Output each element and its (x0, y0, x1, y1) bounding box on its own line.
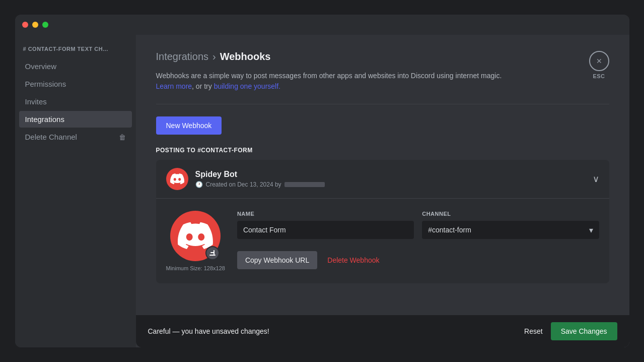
sidebar-item-label: Delete Channel (25, 133, 77, 141)
app-window: # CONTACT-FORM TEXT CH... Overview Permi… (15, 15, 629, 347)
new-webhook-button[interactable]: New Webhook (156, 116, 222, 135)
esc-circle: ✕ (589, 51, 609, 71)
close-button[interactable] (22, 22, 28, 28)
webhook-created-meta: Created on Dec 13, 2024 by (206, 181, 281, 188)
trash-icon: 🗑 (119, 133, 126, 141)
svg-rect-2 (210, 252, 214, 253)
description: Webhooks are a simple way to post messag… (156, 71, 509, 92)
minimize-button[interactable] (32, 22, 38, 28)
unsaved-warning: Careful — you have unsaved changes! (148, 327, 517, 335)
channel-name: # CONTACT-FORM TEXT CH... (19, 43, 132, 55)
main-panel: ✕ ESC Integrations › Webhooks Webhooks a… (136, 35, 629, 347)
name-input[interactable] (237, 221, 414, 239)
webhook-avatar-section: Minimum Size: 128x128 NAME (166, 211, 599, 271)
avatar-upload[interactable] (170, 211, 221, 261)
description-text: Webhooks are a simple way to post messag… (156, 72, 502, 80)
creator-bar (284, 182, 325, 187)
posting-to-label: POSTING TO #CONTACT-FORM (156, 147, 609, 154)
webhook-actions: Copy Webhook URL Delete Webhook (237, 251, 599, 269)
divider (156, 104, 609, 104)
breadcrumb-parent: Integrations (156, 51, 209, 63)
sidebar-item-delete-channel[interactable]: Delete Channel 🗑 (19, 129, 132, 145)
learn-more-link[interactable]: Learn more (156, 82, 192, 90)
avatar-upload-section: Minimum Size: 128x128 (166, 211, 225, 271)
clock-icon: 🕐 (195, 181, 203, 188)
fields-row: NAME CHANNEL #contact-form # (237, 211, 599, 239)
title-bar (15, 15, 629, 35)
esc-button[interactable]: ✕ ESC (589, 51, 609, 79)
sidebar: # CONTACT-FORM TEXT CH... Overview Permi… (15, 35, 136, 347)
channel-field: CHANNEL #contact-form #general #announce… (422, 211, 599, 239)
esc-label: ESC (593, 73, 605, 79)
name-field: NAME (237, 211, 414, 239)
name-label: NAME (237, 211, 414, 217)
reset-button[interactable]: Reset (516, 322, 551, 340)
sidebar-item-label: Invites (25, 97, 47, 106)
or-try-text: , or try (192, 82, 214, 90)
channel-label: CHANNEL (422, 211, 599, 217)
sidebar-item-label: Overview (25, 62, 57, 71)
webhook-header[interactable]: Spidey Bot 🕐 Created on Dec 13, 2024 by … (156, 160, 609, 199)
avatar-edit-button[interactable] (205, 246, 220, 260)
webhook-fields: NAME CHANNEL #contact-form # (237, 211, 599, 269)
sidebar-item-invites[interactable]: Invites (19, 93, 132, 110)
delete-webhook-button[interactable]: Delete Webhook (327, 256, 379, 264)
webhook-avatar-small (166, 168, 188, 190)
breadcrumb: Integrations › Webhooks (156, 51, 609, 63)
webhook-card: Spidey Bot 🕐 Created on Dec 13, 2024 by … (156, 160, 609, 283)
webhook-meta: 🕐 Created on Dec 13, 2024 by (195, 181, 593, 188)
bottom-bar: Careful — you have unsaved changes! Rese… (136, 315, 629, 347)
breadcrumb-current: Webhooks (220, 51, 271, 63)
save-changes-button[interactable]: Save Changes (551, 322, 617, 340)
channel-select-wrapper: #contact-form #general #announcements (422, 221, 599, 239)
chevron-down-icon: ∨ (593, 173, 599, 185)
build-yourself-link[interactable]: building one yourself. (214, 82, 280, 90)
sidebar-item-permissions[interactable]: Permissions (19, 76, 132, 92)
webhook-body: Minimum Size: 128x128 NAME (156, 199, 609, 283)
copy-webhook-url-button[interactable]: Copy Webhook URL (237, 251, 317, 269)
svg-rect-0 (209, 255, 216, 256)
webhook-info: Spidey Bot 🕐 Created on Dec 13, 2024 by (195, 170, 593, 188)
sidebar-item-integrations[interactable]: Integrations (19, 111, 132, 128)
avatar-min-size-label: Minimum Size: 128x128 (166, 265, 225, 271)
breadcrumb-separator: › (212, 51, 216, 63)
sidebar-item-label: Permissions (25, 80, 66, 88)
maximize-button[interactable] (42, 22, 48, 28)
webhook-name: Spidey Bot (195, 170, 593, 179)
sidebar-item-label: Integrations (25, 115, 64, 124)
channel-select[interactable]: #contact-form #general #announcements (422, 221, 599, 239)
sidebar-item-overview[interactable]: Overview (19, 58, 132, 75)
content-area: # CONTACT-FORM TEXT CH... Overview Permi… (15, 35, 629, 347)
